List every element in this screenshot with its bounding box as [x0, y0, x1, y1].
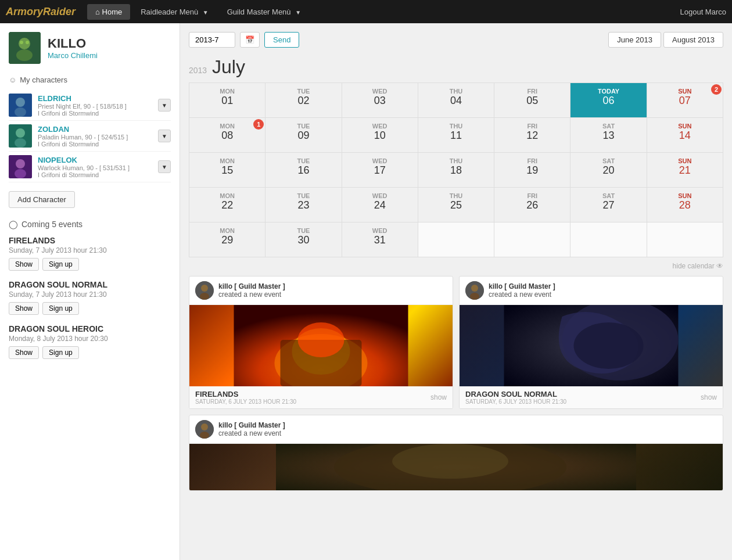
- calendar-day-15[interactable]: MON15: [189, 153, 265, 188]
- day-num: 31: [345, 234, 415, 246]
- calendar-day-29[interactable]: MON29: [189, 222, 265, 257]
- char-avatar-zoldan: [9, 124, 32, 148]
- svg-point-3: [20, 41, 23, 44]
- day-num: 01: [192, 95, 263, 107]
- calendar-send-button[interactable]: Send: [264, 32, 299, 48]
- event-block-firelands: FIRELANDS Sunday, 7 July 2013 hour 21:30…: [9, 236, 171, 271]
- nav-home[interactable]: ⌂ Home: [87, 4, 130, 20]
- day-label: SUN: [650, 192, 720, 199]
- day-num: 23: [268, 199, 339, 211]
- calendar-day-28[interactable]: SUN28: [647, 188, 723, 222]
- calendar-day-23[interactable]: TUE23: [265, 188, 342, 222]
- calendar-day-04[interactable]: THU04: [418, 83, 494, 118]
- day-num: 07: [650, 95, 720, 107]
- calendar-day-05[interactable]: FRI05: [494, 83, 570, 118]
- logout-button[interactable]: Logout Marco: [680, 8, 727, 16]
- day-num: 29: [192, 234, 263, 246]
- day-num: 15: [192, 164, 263, 177]
- char-name-niopelok[interactable]: NIOPELOK: [38, 156, 152, 164]
- hide-calendar-link[interactable]: hide calendar 👁: [189, 262, 723, 270]
- signup-button-dsn[interactable]: Sign up: [42, 302, 79, 315]
- event-card-avatar: [195, 420, 214, 439]
- char-name-zoldan[interactable]: ZOLDAN: [38, 125, 152, 134]
- char-info-niopelok: NIOPELOK Warlock Human, 90 - [ 531/531 ]…: [38, 156, 152, 178]
- day-label: TUE: [268, 123, 339, 130]
- calendar-day-25[interactable]: THU25: [418, 188, 494, 222]
- calendar-day-26[interactable]: FRI26: [494, 188, 570, 222]
- char-name-eldrich[interactable]: ELDRICH: [38, 94, 152, 103]
- calendar-day-19[interactable]: FRI19: [494, 153, 570, 188]
- event-card-image: [189, 305, 453, 386]
- calendar-day-06[interactable]: TODAY06: [570, 83, 647, 118]
- nav-raidleader[interactable]: Raidleader Menù ▼: [132, 4, 217, 20]
- day-label: TODAY: [573, 88, 644, 95]
- calendar-day-20[interactable]: SAT20: [570, 153, 647, 188]
- char-dropdown-niopelok[interactable]: ▼: [158, 160, 171, 173]
- show-button-dsh[interactable]: Show: [9, 346, 39, 359]
- calendar-day-07[interactable]: SUN072: [647, 83, 723, 118]
- list-item: NIOPELOK Warlock Human, 90 - [ 531/531 ]…: [9, 152, 171, 182]
- next-month-button[interactable]: August 2013: [663, 32, 723, 48]
- calendar-day-18[interactable]: THU18: [418, 153, 494, 188]
- char-desc-eldrich: Priest Night Elf, 90 - [ 518/518 ]: [38, 103, 152, 110]
- event-date-dsh: Monday, 8 July 2013 hour 20:30: [9, 335, 171, 343]
- event-card-subtitle: SATURDAY, 6 JULY 2013 HOUR 21:30: [465, 399, 566, 405]
- event-card-user-info: killo [ Guild Master ] created a new eve…: [489, 282, 555, 299]
- day-num: 13: [573, 130, 644, 142]
- signup-button-dsh[interactable]: Sign up: [42, 346, 79, 359]
- event-buttons-dsh: Show Sign up: [9, 346, 171, 359]
- calendar-day-10[interactable]: WED10: [342, 118, 418, 153]
- day-num: 26: [497, 199, 568, 211]
- char-dropdown-zoldan[interactable]: ▼: [158, 130, 171, 142]
- nav-guildmaster[interactable]: Guild Master Menù ▼: [219, 4, 309, 20]
- calendar-day-16[interactable]: TUE16: [265, 153, 342, 188]
- calendar-input[interactable]: [189, 32, 235, 48]
- char-desc-niopelok: Warlock Human, 90 - [ 531/531 ]: [38, 164, 152, 171]
- event-card-header: killo [ Guild Master ] created a new eve…: [189, 277, 453, 305]
- calendar-day-13[interactable]: SAT13: [570, 118, 647, 153]
- calendar-day-22[interactable]: MON22: [189, 188, 265, 222]
- day-num: 27: [573, 199, 644, 211]
- event-card-show-link[interactable]: show: [701, 393, 717, 401]
- event-card-image: [460, 305, 723, 386]
- day-num: 18: [421, 164, 491, 177]
- svg-point-21: [298, 322, 345, 357]
- show-button-firelands[interactable]: Show: [9, 258, 39, 271]
- day-label: MON: [192, 192, 263, 199]
- calendar-day-27[interactable]: SAT27: [570, 188, 647, 222]
- add-character-button[interactable]: Add Character: [9, 191, 75, 208]
- event-card-title-block: FIRELANDS SATURDAY, 6 JULY 2013 HOUR 21:…: [195, 390, 296, 405]
- event-name-firelands: FIRELANDS: [9, 236, 171, 245]
- day-num: 30: [268, 234, 339, 246]
- event-card-username: killo [ Guild Master ]: [489, 282, 555, 290]
- calendar-day-08[interactable]: MON081: [189, 118, 265, 153]
- calendar-day-11[interactable]: THU11: [418, 118, 494, 153]
- calendar-day-02[interactable]: TUE02: [265, 83, 342, 118]
- signup-button-firelands[interactable]: Sign up: [42, 258, 79, 271]
- calendar-day-30[interactable]: TUE30: [265, 222, 342, 257]
- svg-point-30: [200, 432, 209, 439]
- show-button-dsn[interactable]: Show: [9, 302, 39, 315]
- calendar-day-03[interactable]: WED03: [342, 83, 418, 118]
- calendar-day-21[interactable]: SUN21: [647, 153, 723, 188]
- calendar-day-09[interactable]: TUE09: [265, 118, 342, 153]
- day-label: WED: [345, 192, 415, 199]
- event-card-avatar: [195, 281, 214, 300]
- day-num: 03: [345, 95, 415, 107]
- prev-month-button[interactable]: June 2013: [608, 32, 661, 48]
- calendar-day-17[interactable]: WED17: [342, 153, 418, 188]
- day-num: 02: [268, 95, 339, 107]
- calendar-day-31[interactable]: WED31: [342, 222, 418, 257]
- calendar-icon-button[interactable]: 📅: [240, 32, 260, 48]
- day-num: 25: [421, 199, 491, 211]
- svg-point-16: [200, 293, 209, 300]
- calendar-day-14[interactable]: SUN14: [647, 118, 723, 153]
- calendar-day-24[interactable]: WED24: [342, 188, 418, 222]
- event-card-show-link[interactable]: show: [430, 393, 447, 401]
- char-dropdown-eldrich[interactable]: ▼: [158, 99, 171, 112]
- calendar-day-01[interactable]: MON01: [189, 83, 265, 118]
- sidebar: KILLO Marco Chillemi ☺ My characters ELD…: [0, 23, 180, 560]
- user-subname[interactable]: Marco Chillemi: [48, 51, 98, 60]
- calendar-day-12[interactable]: FRI12: [494, 118, 570, 153]
- calendar-nav: June 2013 August 2013: [608, 32, 723, 48]
